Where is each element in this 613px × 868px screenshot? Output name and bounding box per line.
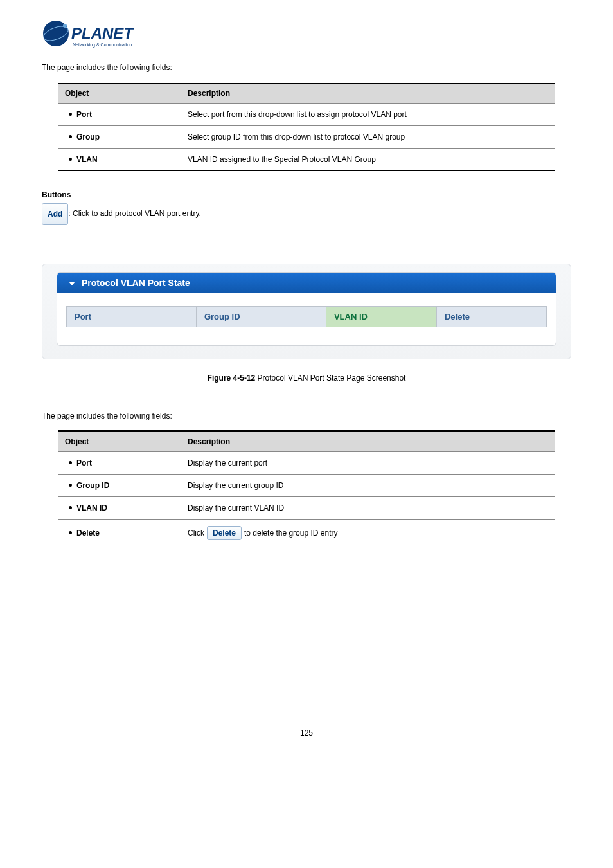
table1-desc-group: Select group ID from this drop-down list… xyxy=(181,126,555,149)
add-button-desc: : Click to add protocol VLAN port entry. xyxy=(68,209,201,218)
table1-obj-group: Group xyxy=(76,132,100,141)
table2-desc-delete-post: to delete the group ID entry xyxy=(244,529,337,538)
table2-desc-group-id: Display the current group ID xyxy=(181,475,555,497)
protocol-vlan-port-state-panel: Protocol VLAN Port State Port Group ID V… xyxy=(42,264,571,359)
table-row: Group Select group ID from this drop-dow… xyxy=(58,126,555,149)
table2-header-object: Object xyxy=(58,431,181,452)
state-col-group-id[interactable]: Group ID xyxy=(196,306,326,327)
page-number: 125 xyxy=(42,728,571,737)
panel-header[interactable]: Protocol VLAN Port State xyxy=(57,273,556,293)
state-col-port[interactable]: Port xyxy=(66,306,196,327)
delete-button[interactable]: Delete xyxy=(207,526,242,540)
state-col-delete[interactable]: Delete xyxy=(436,306,547,327)
table-row: Port Display the current port xyxy=(58,452,555,475)
buttons-heading: Buttons xyxy=(42,190,571,199)
table2-header-description: Description xyxy=(181,431,555,452)
state-col-vlan-id[interactable]: VLAN ID xyxy=(326,306,436,327)
intro-text-2: The page includes the following fields: xyxy=(42,411,571,420)
intro-text-1: The page includes the following fields: xyxy=(42,63,571,72)
state-table-header-row: Port Group ID VLAN ID Delete xyxy=(66,306,547,327)
figure-caption-label: Figure 4-5-12 xyxy=(208,374,256,383)
panel-title: Protocol VLAN Port State xyxy=(82,278,190,288)
table2-obj-port: Port xyxy=(76,458,92,467)
table2-desc-port: Display the current port xyxy=(181,452,555,475)
table2-desc-delete-pre: Click xyxy=(188,529,204,538)
chevron-down-icon xyxy=(69,282,75,285)
table2-obj-vlan-id: VLAN ID xyxy=(76,503,107,512)
table1-desc-port: Select port from this drop-down list to … xyxy=(181,104,555,126)
figure-caption: Figure 4-5-12 Protocol VLAN Port State P… xyxy=(42,374,571,383)
figure-caption-text: Protocol VLAN Port State Page Screenshot xyxy=(255,374,405,383)
table-row: Group ID Display the current group ID xyxy=(58,475,555,497)
object-table-2: Object Description Port Display the curr… xyxy=(58,430,555,548)
table1-desc-vlan: VLAN ID assigned to the Special Protocol… xyxy=(181,149,555,172)
table-row: Delete Click Delete to delete the group … xyxy=(58,520,555,548)
table-row: Port Select port from this drop-down lis… xyxy=(58,104,555,126)
table-row: VLAN ID Display the current VLAN ID xyxy=(58,497,555,520)
object-table-1: Object Description Port Select port from… xyxy=(58,82,555,172)
logo-tagline: Networking & Communication xyxy=(73,42,132,48)
table2-desc-vlan-id: Display the current VLAN ID xyxy=(181,497,555,520)
table2-obj-group-id: Group ID xyxy=(76,481,109,490)
table1-obj-vlan: VLAN xyxy=(76,155,98,164)
table1-obj-port: Port xyxy=(76,110,92,119)
table1-header-object: Object xyxy=(58,83,181,104)
table1-header-description: Description xyxy=(181,83,555,104)
svg-point-2 xyxy=(63,24,67,28)
add-button[interactable]: Add xyxy=(42,203,68,225)
table-row: VLAN VLAN ID assigned to the Special Pro… xyxy=(58,149,555,172)
brand-logo: PLANET Networking & Communication xyxy=(42,19,571,57)
logo-text: PLANET xyxy=(71,24,134,42)
table2-obj-delete: Delete xyxy=(76,529,100,538)
